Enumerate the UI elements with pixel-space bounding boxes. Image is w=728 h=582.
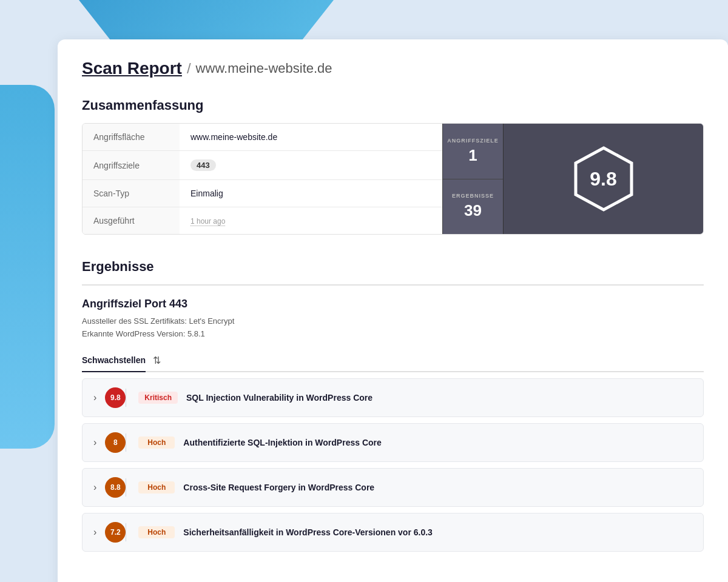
- results-section: Ergebnisse Angriffsziel Port 443 Ausstel…: [82, 259, 704, 552]
- summary-title: Zusammenfassung: [82, 98, 704, 113]
- row-label-ausgefuehrt: Ausgeführt: [83, 207, 180, 235]
- score-panel: 9.8: [503, 124, 703, 234]
- page-header: Scan Report / www.meine-website.de: [82, 59, 704, 78]
- chevron-icon: ›: [93, 527, 96, 538]
- scan-report-link[interactable]: Scan Report: [82, 59, 182, 78]
- row-value-angriffsziele: 443: [180, 151, 442, 180]
- table-row: Angriffsfläche www.meine-website.de: [83, 124, 442, 151]
- chevron-icon: ›: [93, 392, 96, 403]
- meta-line1: Aussteller des SSL Zertifikats: Let's En…: [82, 316, 234, 326]
- separator: [126, 523, 126, 541]
- severity-tag-4: Hoch: [138, 526, 175, 538]
- tab-schwachstellen[interactable]: Schwachstellen: [82, 350, 146, 372]
- meta-line2: Erkannte WordPress Version: 5.8.1: [82, 329, 205, 338]
- vuln-name-1: SQL Injection Vulnerability in WordPress…: [186, 393, 372, 403]
- vuln-name-2: Authentifizierte SQL-Injektion in WordPr…: [183, 438, 381, 447]
- summary-stats: ANGRIFFSZIELE 1 ERGEBNISSE 39: [442, 124, 503, 234]
- summary-section: Zusammenfassung Angriffsfläche www.meine…: [82, 98, 704, 235]
- score-badge-3: 8.8: [105, 477, 126, 498]
- stat-angriffsziele-label: ANGRIFFSZIELE: [447, 138, 499, 144]
- row-value-scantyp: Einmalig: [180, 180, 442, 207]
- severity-tag-2: Hoch: [138, 436, 175, 449]
- results-divider: [82, 284, 704, 286]
- score-badge-4: 7.2: [105, 522, 126, 543]
- stat-ergebnisse-label: ERGEBNISSE: [452, 193, 494, 199]
- attack-target-title: Angriffsziel Port 443: [82, 298, 704, 310]
- sort-icon[interactable]: ⇅: [153, 355, 161, 366]
- row-value-angriffsflaeche: www.meine-website.de: [180, 124, 442, 151]
- stat-angriffsziele-value: 1: [468, 146, 477, 165]
- separator: [126, 478, 126, 497]
- main-card: Scan Report / www.meine-website.de Zusam…: [58, 39, 728, 582]
- tab-bar: Schwachstellen ⇅: [82, 350, 704, 372]
- score-value-1: 9.8: [110, 393, 121, 402]
- score-value-3: 8.8: [110, 483, 121, 492]
- bg-shape-left: [0, 85, 55, 449]
- row-label-angriffsflaeche: Angriffsfläche: [83, 124, 180, 151]
- score-badge-2: 8: [105, 432, 126, 453]
- score-badge-1: 9.8: [105, 387, 126, 408]
- stat-ergebnisse-value: 39: [464, 201, 482, 220]
- header-domain: www.meine-website.de: [196, 61, 332, 76]
- attack-target-meta: Aussteller des SSL Zertifikats: Let's En…: [82, 315, 704, 341]
- stat-angriffsziele: ANGRIFFSZIELE 1: [442, 124, 503, 179]
- score-value: 9.8: [590, 168, 616, 190]
- score-value-2: 8: [113, 438, 118, 447]
- header-separator: /: [187, 60, 191, 77]
- score-value-4: 7.2: [110, 528, 121, 537]
- row-label-scantyp: Scan-Typ: [83, 180, 180, 207]
- severity-tag-1: Kritisch: [138, 392, 178, 404]
- results-title: Ergebnisse: [82, 259, 704, 275]
- table-row: Scan-Typ Einmalig: [83, 180, 442, 207]
- separator: [126, 433, 126, 452]
- stat-ergebnisse: ERGEBNISSE 39: [442, 179, 503, 235]
- vuln-row-4[interactable]: › 7.2 Hoch Sicherheitsanfälligkeit in Wo…: [82, 513, 704, 552]
- score-hexagon: 9.8: [570, 146, 637, 212]
- vulnerability-list: › 9.8 Kritisch SQL Injection Vulnerabili…: [82, 378, 704, 552]
- vuln-row-3[interactable]: › 8.8 Hoch Cross-Site Request Forgery in…: [82, 468, 704, 507]
- row-label-angriffsziele: Angriffsziele: [83, 151, 180, 180]
- row-value-ausgefuehrt: 1 hour ago: [180, 207, 442, 235]
- separator: [126, 389, 126, 407]
- table-row: Ausgeführt 1 hour ago: [83, 207, 442, 235]
- summary-table: Angriffsfläche www.meine-website.de Angr…: [83, 124, 442, 234]
- angriffsziele-badge: 443: [190, 159, 216, 171]
- summary-area: Angriffsfläche www.meine-website.de Angr…: [82, 123, 704, 235]
- vuln-name-4: Sicherheitsanfälligkeit in WordPress Cor…: [183, 527, 433, 537]
- vuln-name-3: Cross-Site Request Forgery in WordPress …: [183, 483, 374, 492]
- chevron-icon: ›: [93, 437, 96, 448]
- severity-tag-3: Hoch: [138, 481, 175, 493]
- vuln-row-1[interactable]: › 9.8 Kritisch SQL Injection Vulnerabili…: [82, 378, 704, 417]
- time-ago: 1 hour ago: [190, 217, 225, 226]
- table-row: Angriffsziele 443: [83, 151, 442, 180]
- chevron-icon: ›: [93, 482, 96, 493]
- vuln-row-2[interactable]: › 8 Hoch Authentifizierte SQL-Injektion …: [82, 423, 704, 462]
